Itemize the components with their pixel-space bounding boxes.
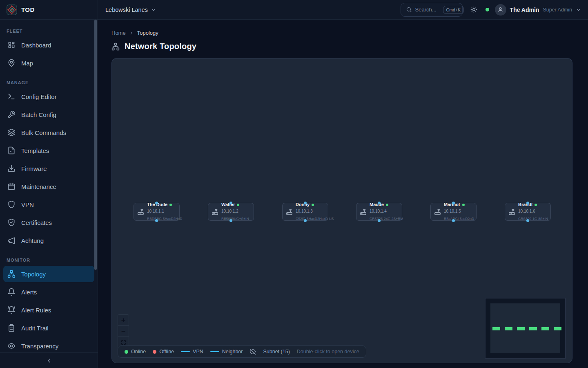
device-node-the-dude[interactable]: The Dude 10.10.1.1 RBD53iG-5HacD2HnD	[134, 203, 180, 221]
device-node-brandt[interactable]: Brandt 10.10.1.6 CRS309-1G-8S+IN	[505, 203, 551, 221]
node-ip: 10.10.1.2	[221, 209, 238, 213]
sidebar-item-maintenance[interactable]: Maintenance	[3, 177, 94, 195]
minimap-node	[554, 327, 561, 330]
sidebar-item-audit-trail[interactable]: Audit Trail	[3, 319, 94, 337]
sidebar-item-bulk-commands[interactable]: Bulk Commands	[3, 123, 94, 141]
topbar: TOD Lebowski Lanes Cmd+K	[0, 0, 588, 20]
legend-subnet: Subnet (15)	[263, 349, 290, 355]
brand: TOD	[0, 0, 98, 19]
online-status-dot	[386, 204, 388, 206]
avatar	[495, 4, 506, 16]
neighbor-line-swatch	[210, 351, 219, 352]
zoom-out-button[interactable]: −	[118, 326, 129, 337]
page-title-row: Network Topology	[111, 42, 572, 51]
online-dot	[125, 350, 128, 354]
chevron-right-icon	[129, 31, 134, 36]
search-box[interactable]: Cmd+K	[401, 3, 463, 17]
sidebar-item-alerts[interactable]: Alerts	[3, 283, 94, 301]
sidebar-item-config-editor[interactable]: Config Editor	[3, 88, 94, 105]
terminal-icon	[7, 92, 16, 101]
device-node-marmot[interactable]: Marmot 10.10.1.5 RBcAPGi-5acD2nD	[430, 203, 477, 221]
network-icon	[7, 270, 16, 278]
node-handle-top	[304, 202, 307, 204]
org-selector-label: Lebowski Lanes	[105, 7, 148, 13]
page-title: Network Topology	[125, 42, 196, 51]
eye-icon	[7, 342, 16, 350]
sidebar-item-map[interactable]: Map	[3, 54, 94, 72]
sidebar-item-achtung[interactable]: Achtung	[3, 231, 94, 249]
sidebar-item-alert-rules[interactable]: Alert Rules	[3, 301, 94, 319]
chevron-down-icon	[576, 7, 581, 13]
minimap-node	[505, 327, 512, 330]
minimap-node	[517, 327, 525, 330]
app-root: TOD Lebowski Lanes Cmd+K	[0, 0, 588, 368]
breadcrumb-current: Topology	[137, 30, 158, 36]
fit-view-icon	[121, 340, 126, 345]
download-icon	[7, 164, 16, 173]
sidebar-item-topology[interactable]: Topology	[3, 266, 94, 282]
minimap-viewport	[490, 303, 560, 353]
sidebar-item-dashboard[interactable]: Dashboard	[3, 36, 94, 54]
node-model: RB5009UG+S+IN	[221, 217, 249, 221]
subnet-visibility-toggle[interactable]	[249, 348, 256, 355]
node-name: Donny	[296, 202, 310, 208]
node-model: CRS309-1G-8S+IN	[518, 217, 548, 221]
megaphone-icon	[7, 236, 16, 245]
layers-icon	[7, 128, 16, 137]
node-model: RBcAPGi-5acD2nD	[444, 217, 474, 221]
eye-off-icon	[249, 348, 256, 355]
canvas-controls: + −	[118, 314, 129, 348]
sidebar-item-batch-config[interactable]: Batch Config	[3, 105, 94, 123]
bell-ring-icon	[7, 306, 16, 314]
main-content: Home Topology Network Topology The Dude …	[98, 20, 588, 368]
user-menu[interactable]: The Admin Super Admin	[495, 4, 581, 16]
theme-toggle-button[interactable]	[468, 4, 480, 16]
topbar-main: Lebowski Lanes Cmd+K The Admin	[98, 0, 588, 19]
org-selector[interactable]: Lebowski Lanes	[105, 7, 156, 13]
sidebar-scrollbar[interactable]	[94, 20, 97, 270]
node-model: RBD53iG-5HacD2HnD	[147, 217, 182, 221]
router-icon	[360, 209, 367, 215]
connection-status-dot	[486, 8, 489, 11]
node-model: C52iG-5HaxD2HaxD-US	[296, 217, 334, 221]
legend-offline: Offline	[153, 349, 174, 355]
router-icon	[286, 209, 293, 215]
node-handle-bottom	[229, 219, 232, 222]
node-handle-bottom	[155, 219, 158, 222]
router-icon	[434, 209, 441, 215]
minimap-node	[541, 327, 549, 330]
router-icon	[212, 209, 218, 215]
node-handle-top	[526, 202, 529, 204]
zoom-in-button[interactable]: +	[118, 315, 129, 326]
sidebar-item-transparency[interactable]: Transparency	[3, 337, 94, 352]
map-pin-icon	[7, 59, 16, 67]
shield-icon	[7, 200, 16, 209]
sidebar-item-templates[interactable]: Templates	[3, 141, 94, 159]
chevron-left-icon	[46, 357, 52, 364]
clipboard-icon	[7, 324, 16, 332]
node-handle-bottom	[452, 219, 455, 222]
node-name: Maude	[370, 202, 384, 208]
topology-canvas[interactable]: The Dude 10.10.1.1 RBD53iG-5HacD2HnD Wal…	[111, 58, 572, 363]
device-node-walter[interactable]: Walter 10.10.1.2 RB5009UG+S+IN	[208, 203, 254, 221]
online-status-dot	[535, 204, 537, 206]
device-node-maude[interactable]: Maude 10.10.1.4 CRS326-24G-2S+RM	[356, 203, 402, 221]
breadcrumb-home[interactable]: Home	[111, 30, 126, 36]
node-name: Walter	[221, 202, 235, 208]
node-name: Brandt	[518, 202, 532, 208]
sidebar-item-firmware[interactable]: Firmware	[3, 159, 94, 177]
search-input[interactable]	[415, 7, 440, 13]
device-node-donny[interactable]: Donny 10.10.1.3 C52iG-5HaxD2HaxD-US	[282, 203, 328, 221]
offline-dot	[153, 350, 156, 354]
brand-name: TOD	[21, 6, 35, 13]
minimap[interactable]	[485, 298, 566, 359]
topology-legend: Online Offline VPN Neighbor Subnet (15) …	[118, 346, 366, 358]
user-role: Super Admin	[543, 7, 572, 13]
sidebar-collapse-button[interactable]	[0, 352, 98, 368]
dashboard-icon	[7, 41, 16, 49]
node-model: CRS326-24G-2S+RM	[370, 217, 403, 221]
sidebar-item-certificates[interactable]: Certificates	[3, 213, 94, 231]
sidebar-item-vpn[interactable]: VPN	[3, 195, 94, 213]
node-ip: 10.10.1.3	[296, 209, 313, 213]
vpn-line-swatch	[181, 351, 190, 352]
